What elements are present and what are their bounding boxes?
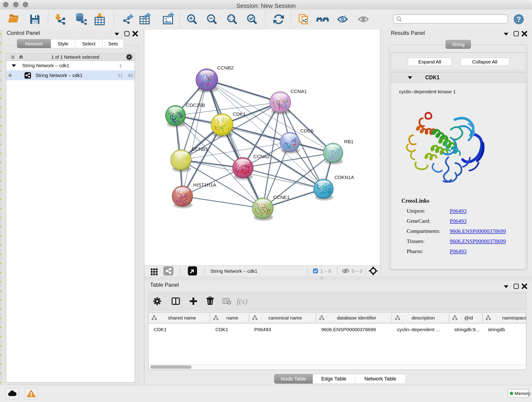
svg-text:CDK1: CDK1 [215,327,228,332]
svg-text:stringdb:9...: stringdb:9... [454,327,480,332]
svg-text:name: name [226,315,239,320]
svg-text:CDKN1A: CDKN1A [335,175,354,180]
svg-text:0 – 0: 0 – 0 [352,268,362,274]
svg-text:CDK1: CDK1 [154,327,167,332]
svg-text:CDK1: CDK1 [233,111,246,117]
svg-text:9606.ENSP00000378699: 9606.ENSP00000378699 [321,327,376,332]
svg-text:cyclin–dependent ...: cyclin–dependent ... [397,327,440,332]
svg-text:CCNB2: CCNB2 [217,65,234,70]
svg-text:CDC6: CDC6 [300,128,313,133]
svg-text:HIST1H1A: HIST1H1A [193,182,216,187]
svg-text:P06493: P06493 [254,327,271,332]
svg-text:database identifier: database identifier [337,315,376,320]
svg-text:?: ? [516,15,521,23]
svg-text:@id: @id [464,315,473,320]
svg-text:CCNB1: CCNB1 [192,147,208,152]
svg-text:String Network – cdk1: String Network – cdk1 [210,268,257,274]
svg-text:CCNA2: CCNA2 [253,154,270,159]
svg-text:description: description [412,315,435,320]
svg-text:CDC25B: CDC25B [186,102,205,108]
svg-text:CCNA1: CCNA1 [291,89,307,94]
svg-text:1 – 0: 1 – 0 [320,268,331,274]
svg-text:canonical name: canonical name [268,315,302,320]
svg-text:RB1: RB1 [344,139,354,144]
svg-text:CCNE1: CCNE1 [273,195,290,200]
svg-text:f(x): f(x) [237,297,247,306]
svg-text:stringdb: stringdb [488,327,505,332]
svg-text:shared name: shared name [168,315,196,320]
svg-text:namespace: namespace [502,315,526,320]
